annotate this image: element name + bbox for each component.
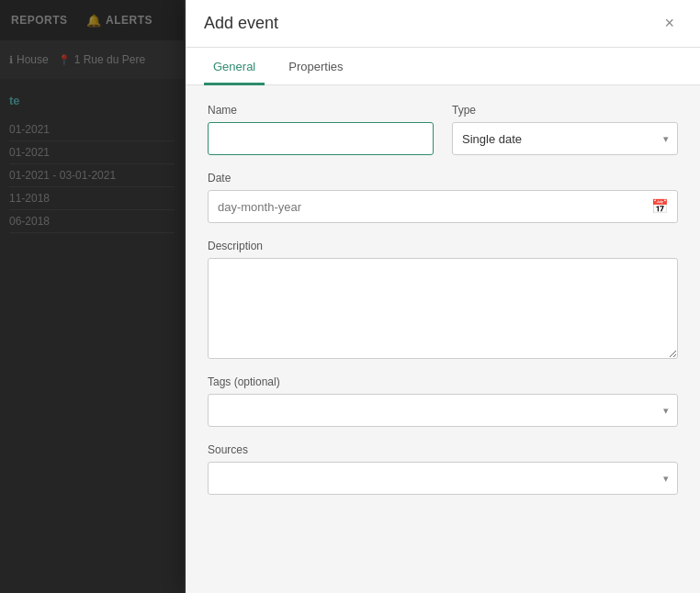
tags-select[interactable]	[208, 394, 678, 427]
sources-select-wrapper: ▾	[208, 462, 678, 495]
description-textarea[interactable]	[208, 258, 678, 359]
date-input[interactable]	[208, 190, 678, 223]
name-label: Name	[208, 104, 434, 117]
modal-close-button[interactable]: ×	[657, 10, 682, 37]
type-group: Type Single date Date range Recurring ▾	[452, 104, 678, 155]
sources-label: Sources	[208, 443, 678, 456]
modal-title: Add event	[204, 14, 278, 33]
description-group: Description	[208, 240, 678, 359]
name-group: Name	[208, 104, 434, 155]
tab-properties[interactable]: Properties	[279, 49, 352, 85]
name-type-row: Name Type Single date Date range Recurri…	[208, 104, 678, 155]
tags-label: Tags (optional)	[208, 375, 678, 388]
description-label: Description	[208, 240, 678, 252]
sources-select[interactable]	[208, 462, 678, 495]
modal-tabs: General Properties	[186, 48, 700, 85]
date-label: Date	[208, 172, 678, 185]
type-select[interactable]: Single date Date range Recurring	[452, 122, 678, 155]
type-select-wrapper: Single date Date range Recurring ▾	[452, 122, 678, 155]
name-input[interactable]	[208, 122, 434, 155]
date-group: Date 📅	[208, 172, 678, 223]
tab-general[interactable]: General	[204, 49, 265, 85]
modal-header: Add event ×	[186, 0, 700, 48]
tags-group: Tags (optional) ▾	[208, 375, 678, 427]
tags-select-wrapper: ▾	[208, 394, 678, 427]
sources-group: Sources ▾	[208, 443, 678, 495]
type-label: Type	[452, 104, 678, 117]
add-event-modal: Add event × General Properties Name Type…	[186, 0, 700, 593]
modal-body: Name Type Single date Date range Recurri…	[186, 85, 700, 593]
date-input-wrapper: 📅	[208, 190, 678, 223]
